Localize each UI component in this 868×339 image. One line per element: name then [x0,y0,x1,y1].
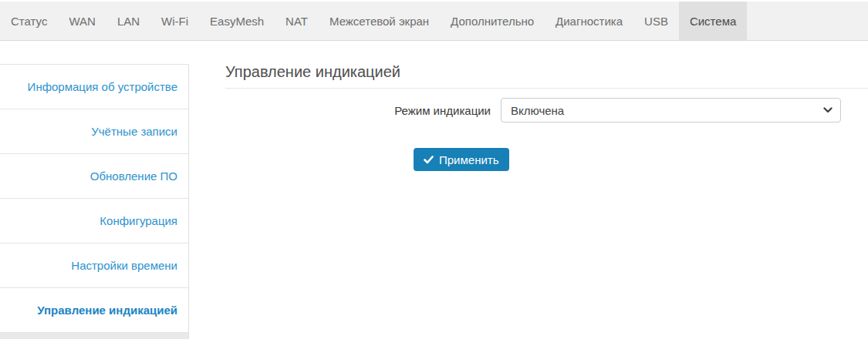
nav-tab-nat[interactable]: NAT [275,2,319,40]
nav-tab-usb[interactable]: USB [633,2,679,40]
check-icon [424,156,434,164]
sidebar-next-item-peek [0,333,188,339]
indication-mode-select-wrap: Включена [501,98,841,123]
apply-button-row: Применить [414,148,868,171]
nav-tab-lan[interactable]: LAN [106,2,150,40]
indication-mode-row: Режим индикации Включена [225,98,868,123]
sidebar-item-device-info[interactable]: Информация об устройстве [0,65,188,109]
nav-tab-status[interactable]: Статус [0,2,58,40]
system-sidebar: Информация об устройстве Учётные записи … [0,64,189,339]
apply-button-label: Применить [439,153,499,166]
nav-tab-diagnostics[interactable]: Диагностика [545,2,633,40]
sidebar-item-led-control[interactable]: Управление индикацией [0,288,188,333]
nav-tab-advanced[interactable]: Дополнительно [440,2,545,40]
nav-tab-easymesh[interactable]: EasyMesh [199,2,275,40]
sidebar-item-configuration[interactable]: Конфигурация [0,199,188,243]
indication-mode-select[interactable]: Включена [501,98,841,123]
page-title: Управление индикацией [225,63,868,81]
nav-tab-wifi[interactable]: Wi-Fi [150,2,199,40]
title-divider [225,88,868,89]
sidebar-item-firmware-update[interactable]: Обновление ПО [0,154,188,199]
apply-button[interactable]: Применить [414,148,509,171]
page-layout: Информация об устройстве Учётные записи … [0,41,868,339]
nav-tab-firewall[interactable]: Межсетевой экран [319,2,440,40]
sidebar-item-time-settings[interactable]: Настройки времени [0,243,188,288]
top-navigation: Статус WAN LAN Wi-Fi EasyMesh NAT Межсет… [0,2,868,41]
nav-tab-wan[interactable]: WAN [58,2,106,40]
indication-mode-label: Режим индикации [225,104,491,117]
sidebar-item-accounts[interactable]: Учётные записи [0,109,188,154]
main-content: Управление индикацией Режим индикации Вк… [189,41,868,339]
nav-tab-system[interactable]: Система [679,2,747,40]
